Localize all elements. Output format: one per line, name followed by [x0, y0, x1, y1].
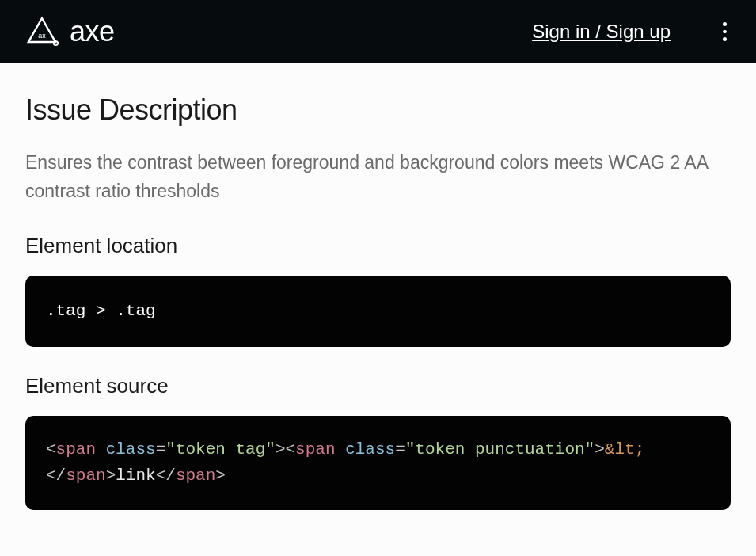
svg-point-1 — [54, 41, 58, 45]
code-token: = — [156, 440, 166, 459]
main-content: Issue Description Ensures the contrast b… — [0, 63, 756, 556]
signin-link[interactable]: Sign in / Sign up — [532, 21, 693, 43]
issue-description: Ensures the contrast between foreground … — [25, 149, 731, 205]
axe-logo-icon: ax — [25, 15, 59, 48]
element-source-code: <span class="token tag"><span class="tok… — [25, 416, 731, 510]
code-token: "token tag" — [165, 440, 275, 459]
logo-text: axe — [70, 15, 115, 48]
code-token: &lt; — [605, 440, 644, 459]
code-token: > — [275, 440, 286, 459]
menu-button[interactable] — [693, 0, 756, 63]
more-vertical-icon — [716, 22, 735, 41]
code-token: = — [395, 440, 405, 459]
code-token: </ — [156, 467, 176, 485]
code-token: link — [116, 467, 155, 485]
code-token — [336, 440, 346, 459]
code-token: span — [56, 440, 96, 459]
element-location-code: .tag > .tag — [25, 276, 731, 347]
code-token: class — [345, 440, 395, 459]
code-token: > — [595, 440, 605, 459]
code-token: "token punctuation" — [405, 440, 595, 459]
code-token: </ — [46, 467, 66, 485]
element-source-title: Element source — [25, 374, 731, 398]
code-token: > — [106, 467, 116, 485]
code-token: > — [215, 467, 226, 485]
code-token: span — [176, 467, 215, 485]
code-token: class — [106, 440, 156, 459]
element-location-title: Element location — [25, 234, 731, 258]
svg-text:ax: ax — [38, 32, 46, 40]
code-token: span — [66, 467, 105, 485]
logo-section: ax axe — [25, 15, 115, 48]
code-token: < — [46, 440, 56, 459]
code-token: span — [295, 440, 335, 459]
code-token — [96, 440, 106, 459]
page-title: Issue Description — [25, 93, 731, 127]
header-right: Sign in / Sign up — [532, 0, 756, 63]
header-bar: ax axe Sign in / Sign up — [0, 0, 756, 63]
code-token: < — [286, 440, 296, 459]
